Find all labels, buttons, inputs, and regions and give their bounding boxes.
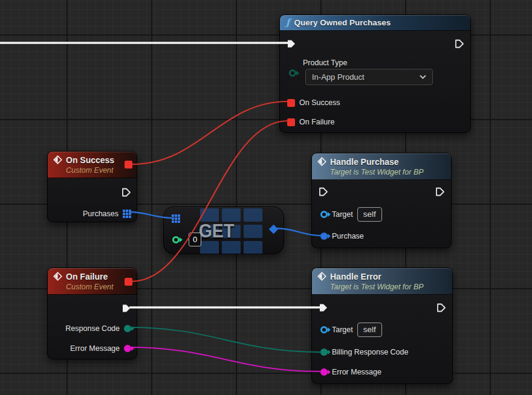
product-type-label: Product Type [303,59,347,67]
billing-response-code-pin[interactable] [320,348,328,356]
array-element-out-pin[interactable] [269,225,279,234]
node-header: On Success Custom Event [48,152,137,178]
node-title: On Success [66,155,114,165]
event-diamond-icon [317,157,326,166]
purchases-array-pin[interactable] [123,210,131,218]
purchase-pin[interactable] [320,233,328,240]
exec-out-pin[interactable] [454,39,464,49]
delegate-out-pin[interactable] [125,278,132,286]
node-header: On Failure Custom Event [48,268,137,295]
exec-in-pin[interactable] [286,39,296,49]
event-diamond-icon [53,155,62,164]
index-value-field[interactable]: 0 [189,233,201,246]
wire-response-code[interactable] [129,327,321,352]
node-title: Handle Purchase [330,157,399,167]
error-message-pin[interactable] [124,345,131,352]
error-message-label: Error Message [70,344,120,353]
response-code-pin[interactable] [124,325,131,332]
on-success-pin-label: On Success [299,98,340,107]
purchase-label: Purchase [332,232,364,240]
node-subtitle: Target is Test Widget for BP [330,168,446,176]
node-on-success-event[interactable]: On Success Custom Event Purchases [47,151,137,222]
node-header: Handle Purchase Target is Test Widget fo… [312,153,451,180]
on-success-delegate-pin[interactable] [287,99,295,107]
target-pin[interactable] [320,211,328,218]
array-in-pin[interactable] [172,214,180,223]
target-label: Target [332,210,353,219]
node-subtitle: Custom Event [66,283,131,291]
billing-response-code-label: Billing Response Code [332,348,408,356]
blueprint-graph-canvas[interactable]: ƒ Query Owned Purchases Product Type In-… [0,0,532,395]
target-pin[interactable] [320,326,328,333]
target-self-box: self [357,207,382,222]
wire-on-failure-delegate[interactable] [132,121,288,281]
wire-error-message[interactable] [129,347,321,371]
error-message-label: Error Message [332,368,381,376]
node-on-failure-event[interactable]: On Failure Custom Event Response Code Er… [47,268,137,359]
node-array-get[interactable]: 0 GET [163,207,284,254]
on-failure-delegate-pin[interactable] [287,118,295,126]
target-label: Target [332,326,353,334]
event-diamond-icon [53,272,62,281]
wire-on-success-delegate[interactable] [132,101,288,164]
node-title: Query Owned Purchases [294,18,391,27]
product-type-dropdown[interactable]: In-App Product [305,69,433,85]
exec-out-pin[interactable] [121,303,131,313]
exec-out-pin[interactable] [121,187,131,198]
delegate-out-pin[interactable] [125,161,132,169]
product-type-value: In-App Product [312,72,365,82]
exec-out-pin[interactable] [436,303,446,313]
on-failure-pin-label: On Failure [299,118,334,126]
node-subtitle: Target is Test Widget for BP [330,283,447,291]
exec-in-pin[interactable] [318,187,328,197]
function-icon: ƒ [286,18,290,27]
exec-in-pin[interactable] [318,303,328,313]
node-title: On Failure [66,272,108,281]
node-header: Handle Error Target is Test Widget for B… [312,268,452,295]
event-diamond-icon [317,272,326,281]
node-query-owned-purchases[interactable]: ƒ Query Owned Purchases Product Type In-… [279,14,471,133]
product-type-pin[interactable] [289,69,296,77]
node-handle-error[interactable]: Handle Error Target is Test Widget for B… [311,268,453,384]
chevron-down-icon [420,75,426,79]
target-self-box: self [357,323,382,337]
response-code-label: Response Code [65,324,120,333]
node-title: Handle Error [330,272,381,281]
index-in-pin[interactable] [172,236,180,243]
node-subtitle: Custom Event [66,166,131,175]
node-handle-purchase[interactable]: Handle Purchase Target is Test Widget fo… [311,153,452,248]
purchases-pin-label: Purchases [83,210,118,218]
exec-out-pin[interactable] [435,187,445,197]
node-header: ƒ Query Owned Purchases [280,15,470,31]
error-message-pin[interactable] [320,368,328,376]
